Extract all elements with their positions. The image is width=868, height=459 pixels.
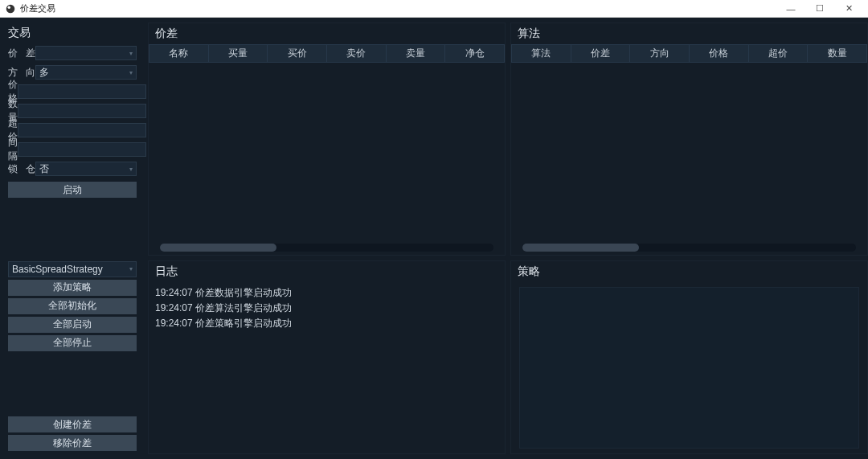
algo-hscroll-thumb[interactable]	[522, 244, 639, 252]
spread-panel: 价差 名称 买量 买价 卖价 卖量 净仓	[148, 23, 506, 256]
lock-select[interactable]: 否 ▾	[35, 162, 137, 176]
spread-col-askvol[interactable]: 卖量	[386, 45, 445, 63]
spread-col-name[interactable]: 名称	[149, 45, 209, 63]
trade-section-title: 交易	[8, 23, 137, 45]
interval-input[interactable]	[18, 142, 146, 157]
svg-point-0	[6, 4, 15, 13]
direction-value: 多	[39, 66, 49, 80]
spread-col-bid[interactable]: 买价	[268, 45, 327, 63]
direction-row: 方向 多 ▾	[8, 64, 137, 80]
algo-col-algo[interactable]: 算法	[512, 45, 571, 63]
over-row: 超价	[8, 122, 137, 138]
spread-table: 名称 买量 买价 卖价 卖量 净仓	[149, 44, 505, 63]
chevron-down-icon: ▾	[129, 166, 133, 173]
svg-point-1	[8, 6, 11, 9]
app-icon	[5, 3, 16, 14]
strategy-select-value: BasicSpreadStrategy	[12, 264, 103, 275]
price-row: 价格	[8, 84, 137, 100]
spread-select[interactable]: ▾	[35, 46, 137, 60]
log-time: 19:24:07	[155, 287, 193, 298]
direction-select[interactable]: 多 ▾	[35, 65, 137, 80]
algo-hscrollbar[interactable]	[522, 244, 856, 252]
log-line: 19:24:07 价差策略引擎启动成功	[155, 316, 498, 331]
interval-row: 间隔	[8, 141, 137, 158]
lock-label: 锁仓	[8, 162, 35, 176]
spread-panel-title: 价差	[149, 23, 505, 44]
stop-all-button[interactable]: 全部停止	[8, 335, 137, 351]
algo-col-over[interactable]: 超价	[748, 45, 808, 63]
window-title: 价差交易	[20, 2, 776, 14]
window-close-button[interactable]: ✕	[834, 1, 863, 17]
log-time: 19:24:07	[155, 318, 193, 329]
algo-panel-title: 算法	[511, 23, 867, 44]
window-maximize-button[interactable]: ☐	[805, 1, 834, 17]
init-all-button[interactable]: 全部初始化	[8, 298, 137, 314]
interval-label: 间隔	[8, 136, 18, 163]
strategy-panel-body	[511, 282, 867, 453]
log-panel: 日志 19:24:07 价差数据引擎启动成功 19:24:07 价差算法引擎启动…	[148, 260, 506, 454]
strategy-select[interactable]: BasicSpreadStrategy ▾	[8, 261, 137, 277]
start-all-button[interactable]: 全部启动	[8, 317, 137, 333]
lock-value: 否	[39, 162, 49, 176]
app-root: 交易 价差 ▾ 方向 多 ▾ 价格 数量	[0, 18, 868, 459]
log-panel-title: 日志	[149, 261, 505, 282]
algo-col-price[interactable]: 价格	[689, 45, 748, 63]
spread-col-ask[interactable]: 卖价	[326, 45, 386, 63]
volume-row: 数量	[8, 103, 137, 119]
log-body: 19:24:07 价差数据引擎启动成功 19:24:07 价差算法引擎启动成功 …	[149, 282, 505, 335]
main-content: 价差 名称 买量 买价 卖价 卖量 净仓 算法	[145, 18, 868, 459]
log-line: 19:24:07 价差数据引擎启动成功	[155, 285, 498, 301]
add-strategy-button[interactable]: 添加策略	[8, 280, 137, 296]
algo-panel-body: 算法 价差 方向 价格 超价 数量	[511, 44, 867, 255]
strategy-panel-title: 策略	[511, 261, 867, 282]
algo-col-spread[interactable]: 价差	[571, 45, 630, 63]
algo-panel: 算法 算法 价差 方向 价格 超价 数量	[510, 23, 868, 256]
log-msg: 价差数据引擎启动成功	[195, 287, 292, 298]
log-line: 19:24:07 价差算法引擎启动成功	[155, 301, 498, 316]
strategy-controls-section: BasicSpreadStrategy ▾ 添加策略 全部初始化 全部启动 全部…	[0, 255, 145, 351]
spread-label: 价差	[8, 47, 35, 60]
spread-hscrollbar[interactable]	[160, 244, 493, 252]
window-minimize-button[interactable]: —	[776, 1, 805, 17]
remove-spread-button[interactable]: 移除价差	[8, 435, 137, 451]
create-spread-button[interactable]: 创建价差	[8, 416, 137, 432]
strategy-empty-area	[519, 287, 859, 449]
chevron-down-icon: ▾	[129, 69, 133, 76]
algo-col-volume[interactable]: 数量	[808, 45, 867, 63]
spread-panel-body: 名称 买量 买价 卖价 卖量 净仓	[149, 44, 505, 255]
over-input[interactable]	[18, 123, 146, 137]
direction-label: 方向	[8, 66, 35, 80]
log-time: 19:24:07	[155, 302, 193, 314]
window-titlebar: 价差交易 — ☐ ✕	[0, 0, 868, 18]
start-button[interactable]: 启动	[8, 182, 137, 198]
spread-hscroll-thumb[interactable]	[160, 244, 276, 252]
trade-form-section: 交易 价差 ▾ 方向 多 ▾ 价格 数量	[0, 18, 145, 198]
chevron-down-icon: ▾	[129, 50, 133, 57]
lock-row: 锁仓 否 ▾	[8, 161, 137, 177]
volume-input[interactable]	[18, 104, 146, 118]
log-msg: 价差算法引擎启动成功	[195, 302, 292, 314]
spread-row: 价差 ▾	[8, 45, 137, 61]
sidebar: 交易 价差 ▾ 方向 多 ▾ 价格 数量	[0, 18, 145, 459]
spread-col-net[interactable]: 净仓	[445, 45, 505, 63]
algo-col-direction[interactable]: 方向	[630, 45, 690, 63]
strategy-panel: 策略	[510, 260, 868, 454]
algo-table: 算法 价差 方向 价格 超价 数量	[511, 44, 867, 63]
price-input[interactable]	[18, 84, 146, 99]
chevron-down-icon: ▾	[129, 265, 133, 273]
spread-controls-section: 创建价差 移除价差	[0, 408, 145, 459]
log-msg: 价差策略引擎启动成功	[195, 318, 292, 329]
spread-col-bidvol[interactable]: 买量	[208, 45, 268, 63]
